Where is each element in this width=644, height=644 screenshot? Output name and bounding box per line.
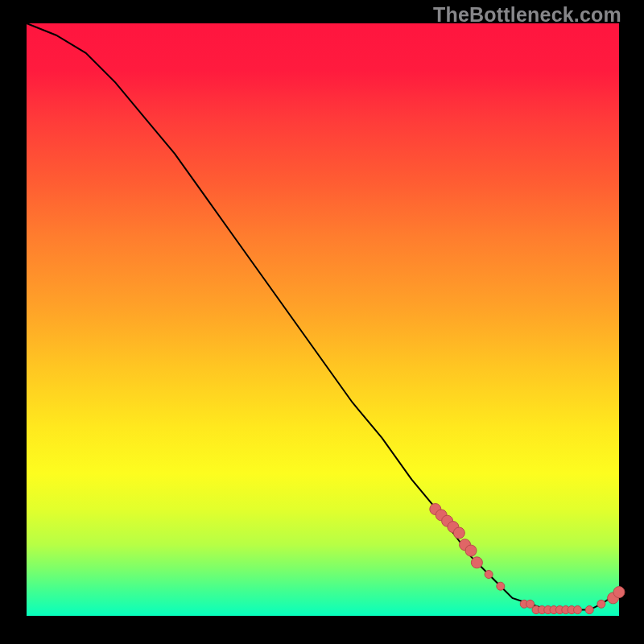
marker-point [597, 600, 605, 608]
chart-stage: TheBottleneck.com [0, 0, 644, 644]
marker-point [613, 587, 625, 598]
marker-point [585, 606, 593, 614]
marker-point [453, 527, 464, 539]
watermark-text: TheBottleneck.com [433, 3, 621, 27]
marker-group [430, 504, 625, 614]
marker-point [465, 545, 477, 556]
marker-point [471, 557, 482, 568]
marker-point [574, 606, 582, 614]
bottleneck-curve [27, 23, 619, 610]
chart-svg [27, 23, 619, 616]
marker-point [485, 571, 493, 579]
marker-point [497, 582, 505, 590]
